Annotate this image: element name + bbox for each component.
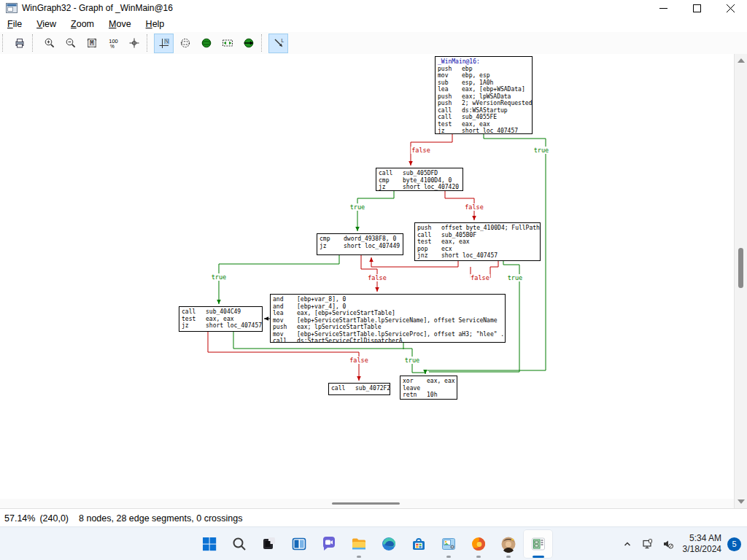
edge-arrowhead xyxy=(264,316,268,321)
toolbar-follow-edge-button[interactable]: L xyxy=(268,34,288,53)
notification-badge[interactable]: 5 xyxy=(727,537,741,551)
tray-network-display-button[interactable] xyxy=(638,538,658,550)
taskbar-blue-pane-app-button[interactable] xyxy=(284,529,314,559)
menu-view[interactable]: View xyxy=(29,18,63,31)
running-indicator xyxy=(476,556,481,558)
taskbar-search-button[interactable] xyxy=(224,529,254,559)
volume-muted-icon xyxy=(662,538,674,550)
toolbar-zoom-100-button[interactable]: 100% xyxy=(103,34,123,53)
asm-operands: 2; wVersionRequested xyxy=(462,100,532,107)
taskbar-store-button[interactable] xyxy=(403,529,433,559)
graph-node-entry[interactable]: _WinMain@16:pushebpmovebp, espsubesp, 1A… xyxy=(435,56,533,134)
asm-operands: short loc_407420 xyxy=(403,184,459,191)
asm-mnemonic: jz xyxy=(182,322,206,330)
graph-node-fullpath[interactable]: pushoffset byte_4100D4; FullPathcallsub_… xyxy=(414,222,541,261)
graph-canvas[interactable]: falsetruetruefalsetruefalsefalsetruefals… xyxy=(0,54,734,508)
menu-file[interactable]: File xyxy=(0,18,29,31)
taskbar-file-explorer-button[interactable] xyxy=(344,529,374,559)
edge-label: false xyxy=(368,274,387,281)
asm-operands: eax; lpWSAData xyxy=(462,93,511,101)
vertical-scrollbar[interactable] xyxy=(734,54,747,508)
horizontal-scrollbar[interactable] xyxy=(0,499,734,508)
toolbar-sphere-dashed-button[interactable] xyxy=(175,34,195,53)
edge-arrowhead xyxy=(369,257,374,262)
graph-node-check-flag[interactable]: callsub_405DFDcmpbyte_4100D4, 0jzshort l… xyxy=(376,168,463,191)
taskbar-media-app-button[interactable] xyxy=(433,529,463,559)
status-coords: (240,0) xyxy=(39,513,69,524)
asm-operands: short loc_407457 xyxy=(462,128,518,134)
graph-node-sub-4072f2[interactable]: callsub_4072F2 xyxy=(328,383,390,395)
toolbar-print-button[interactable] xyxy=(9,34,29,53)
taskbar-portrait-app-button[interactable] xyxy=(493,529,523,559)
scroll-down-arrow[interactable] xyxy=(738,499,745,504)
zoom-out-icon xyxy=(65,37,77,49)
graph-node-check-dword[interactable]: cmpdword_4938F8, 0jzshort loc_407449 xyxy=(317,233,403,255)
status-bar: 57.14% (240,0) 8 nodes, 28 edge segments… xyxy=(0,508,747,527)
asm-operands: sub_404C49 xyxy=(206,308,241,316)
edge-label: true xyxy=(508,274,522,281)
toolbar-sphere-move-button[interactable] xyxy=(239,34,258,53)
svg-text:N: N xyxy=(165,39,169,44)
asm-operands: eax, eax xyxy=(427,378,455,385)
horizontal-scrollbar-thumb[interactable] xyxy=(332,502,400,505)
graph-node-exit[interactable]: xoreax, eaxleaveretn10h xyxy=(400,376,457,400)
asm-mnemonic: cmp xyxy=(320,236,344,243)
asm-mnemonic: call xyxy=(331,385,355,392)
taskbar-chat-button[interactable] xyxy=(314,529,344,559)
asm-operands: [ebp+var_8], 0 xyxy=(297,296,346,303)
asm-operands: short loc_407457 xyxy=(441,252,498,260)
edge-label: true xyxy=(405,357,419,364)
scroll-up-arrow[interactable] xyxy=(738,58,745,63)
fit-window-icon: M xyxy=(86,37,98,49)
taskbar-clock[interactable]: 5:34 AM 3/18/2024 xyxy=(683,533,721,555)
app-icon xyxy=(6,3,18,13)
asm-operands: eax, [ebp+WSAData] xyxy=(462,86,525,93)
menu-move[interactable]: Move xyxy=(101,18,139,31)
toolbar-gripper xyxy=(147,34,150,52)
network-display-icon xyxy=(642,538,654,550)
asm-operands: ds:WSAStartup xyxy=(462,107,508,114)
toolbar-center-graph-button[interactable] xyxy=(124,34,144,53)
toolbar-fisheye-view-button[interactable] xyxy=(217,34,237,53)
running-indicator xyxy=(357,556,361,558)
maximize-button[interactable] xyxy=(680,0,713,16)
taskbar-dark-app-button[interactable] xyxy=(254,529,284,559)
menu-help[interactable]: Help xyxy=(139,18,172,31)
taskbar-start-button[interactable] xyxy=(194,529,224,559)
graph-edge-2 xyxy=(357,191,394,231)
tray-chevron-up-button[interactable] xyxy=(617,538,638,550)
menu-zoom[interactable]: Zoom xyxy=(63,18,101,31)
blue-pane-app-icon xyxy=(290,535,308,553)
follow-edge-icon: L xyxy=(273,37,285,49)
tray-volume-muted-button[interactable] xyxy=(658,538,678,550)
taskbar-edge-button[interactable] xyxy=(374,529,403,559)
wingraph32-icon xyxy=(530,535,547,553)
asm-mnemonic: leave xyxy=(403,385,427,392)
asm-mnemonic: call xyxy=(438,107,462,114)
taskbar-wingraph32-button[interactable] xyxy=(523,529,553,559)
zoom-100-icon: 100% xyxy=(107,37,119,49)
sphere-dashed-icon xyxy=(179,37,191,49)
vertical-scrollbar-thumb[interactable] xyxy=(738,248,743,288)
close-button[interactable] xyxy=(713,0,747,16)
svg-text:%: % xyxy=(110,44,115,49)
asm-operands: sub_405B0F xyxy=(441,232,476,239)
asm-mnemonic: retn xyxy=(403,392,427,399)
toolbar-zoom-in-button[interactable] xyxy=(39,34,59,53)
asm-operands: offset byte_4100D4; FullPath xyxy=(441,225,540,232)
asm-operands: eax, eax xyxy=(462,121,490,128)
edge-label: true xyxy=(350,203,365,211)
asm-mnemonic: jz xyxy=(320,243,344,250)
wingraph32-window: WinGraph32 - Graph of _WinMain@16 FileVi… xyxy=(0,0,747,560)
toolbar-zoom-out-button[interactable] xyxy=(61,34,80,53)
graph-node-sub-404c49[interactable]: callsub_404C49testeax, eaxjzshort loc_40… xyxy=(179,306,263,332)
minimize-button[interactable] xyxy=(646,0,680,16)
asm-operands: eax, eax xyxy=(206,316,234,323)
toolbar-sphere-solid-button[interactable] xyxy=(196,34,216,53)
graph-node-service-start[interactable]: and[ebp+var_8], 0and[ebp+var_4], 0leaeax… xyxy=(270,294,506,343)
taskbar-firefox-button[interactable] xyxy=(463,529,493,559)
zoom-in-icon xyxy=(44,37,55,49)
toolbar-origin-axes-button[interactable]: N xyxy=(154,34,174,53)
status-zoom: 57.14% xyxy=(4,513,35,524)
toolbar-fit-window-button[interactable]: M xyxy=(82,34,101,53)
